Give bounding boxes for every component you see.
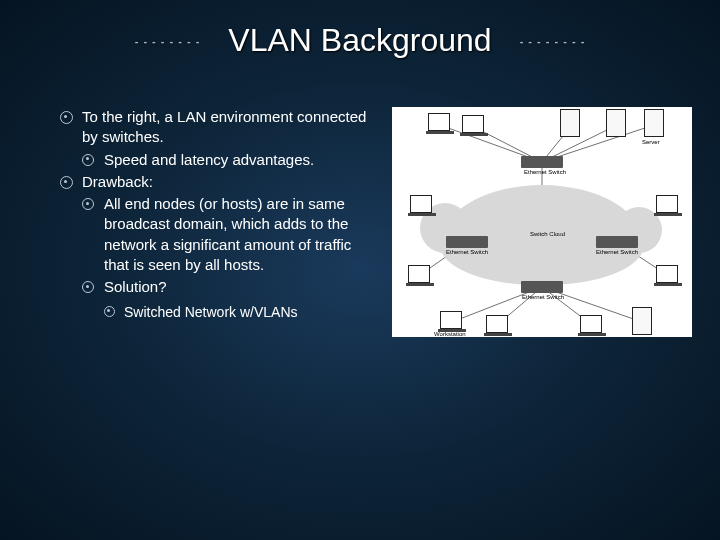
- bullet-l1: Drawback:: [60, 172, 374, 192]
- cloud-label: Switch Cloud: [530, 231, 565, 237]
- workstation-icon: [486, 315, 508, 333]
- workstation-label: Workstation: [434, 331, 466, 337]
- workstation-icon: [462, 115, 484, 133]
- title-row: - - - - - - - - VLAN Background - - - - …: [0, 0, 720, 59]
- switch-label: Ethernet Switch: [446, 249, 488, 255]
- workstation-icon: [580, 315, 602, 333]
- bullet-l2: All end nodes (or hosts) are in same bro…: [82, 194, 374, 275]
- bullet-list: To the right, a LAN environment connecte…: [60, 107, 374, 337]
- switch-icon: [521, 281, 563, 293]
- bullet-l2: Speed and latency advantages.: [82, 150, 374, 170]
- server-icon: [560, 109, 580, 137]
- bullet-l1: To the right, a LAN environment connecte…: [60, 107, 374, 148]
- content-area: To the right, a LAN environment connecte…: [0, 59, 720, 337]
- network-diagram: Ethernet Switch Ethernet Switch Ethernet…: [392, 107, 692, 337]
- workstation-icon: [656, 265, 678, 283]
- switch-label: Ethernet Switch: [596, 249, 638, 255]
- workstation-icon: [408, 265, 430, 283]
- server-icon: [606, 109, 626, 137]
- switch-icon: [446, 236, 488, 248]
- switch-icon: [521, 156, 563, 168]
- workstation-icon: [410, 195, 432, 213]
- decor-right: - - - - - - - -: [520, 35, 586, 47]
- slide-title: VLAN Background: [228, 22, 491, 59]
- switch-label: Ethernet Switch: [522, 294, 564, 300]
- switch-label: Ethernet Switch: [524, 169, 566, 175]
- server-label: Server: [642, 139, 660, 145]
- workstation-icon: [440, 311, 462, 329]
- bullet-l2: Solution?: [82, 277, 374, 297]
- bullet-l3: Switched Network w/VLANs: [104, 303, 374, 322]
- decor-left: - - - - - - - -: [135, 35, 201, 47]
- switch-icon: [596, 236, 638, 248]
- server-icon: [644, 109, 664, 137]
- server-icon: [632, 307, 652, 335]
- workstation-icon: [656, 195, 678, 213]
- workstation-icon: [428, 113, 450, 131]
